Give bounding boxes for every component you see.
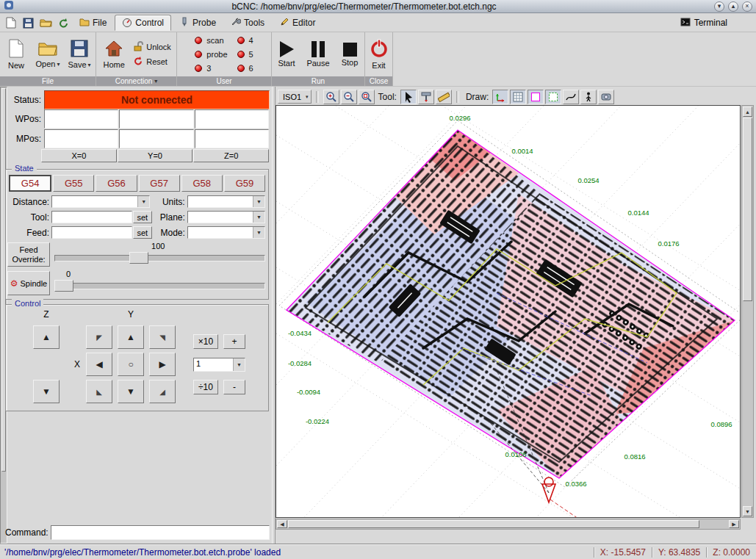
- jog-z-up-button[interactable]: ▲: [33, 325, 60, 349]
- tool-input[interactable]: [51, 211, 132, 223]
- window-maximize-button[interactable]: ▴: [728, 1, 738, 12]
- ruler-tool-icon[interactable]: [436, 90, 452, 104]
- reload-icon[interactable]: [55, 15, 71, 31]
- user-button-4[interactable]: 4: [234, 34, 257, 47]
- pointer-tool-icon[interactable]: [400, 90, 417, 104]
- command-input[interactable]: [51, 525, 270, 540]
- feed-override-slider[interactable]: 100: [54, 242, 265, 268]
- margin-toggle-icon[interactable]: [528, 90, 544, 104]
- save-button[interactable]: Save▾: [65, 34, 94, 75]
- new-button[interactable]: New: [1, 34, 31, 75]
- camera-toggle-icon[interactable]: [598, 90, 614, 104]
- control-groupbox: Control Z Y X ▲ ◤ ▲ ◥ ◀ ○ ▶ ▼ ◣ ▼ ◢ ×10 …: [5, 304, 269, 411]
- scroll-right-icon[interactable]: ▶: [729, 520, 739, 528]
- tab-editor[interactable]: Editor: [273, 15, 322, 31]
- zoom-out-icon[interactable]: [341, 90, 357, 104]
- zero-y-button[interactable]: Y=0: [118, 149, 193, 162]
- spindle-slider[interactable]: 0: [54, 270, 265, 296]
- slider-groove[interactable]: [54, 283, 265, 289]
- chevron-down-icon[interactable]: ▼: [253, 196, 264, 207]
- step-div10-button[interactable]: ÷10: [193, 380, 218, 394]
- tab-control[interactable]: Control: [115, 15, 171, 31]
- canvas-horizontal-scrollbar[interactable]: ◀ ▶: [276, 519, 741, 530]
- spindle-button[interactable]: ⚙ Spindle: [7, 271, 50, 295]
- user-button-3[interactable]: 3: [191, 62, 231, 75]
- wcs-g58-button[interactable]: G58: [181, 175, 223, 192]
- user-button-probe[interactable]: probe: [191, 48, 231, 61]
- tab-tools[interactable]: Tools: [224, 15, 271, 31]
- zero-x-button[interactable]: X=0: [41, 149, 117, 162]
- reset-button[interactable]: Reset: [131, 55, 173, 69]
- chevron-down-icon[interactable]: ▼: [137, 196, 149, 207]
- tab-probe[interactable]: Probe: [173, 15, 223, 31]
- step-select[interactable]: 1 ▼: [193, 358, 245, 372]
- open-folder-icon[interactable]: [37, 15, 54, 31]
- jog-z-down-button[interactable]: ▼: [33, 380, 60, 403]
- exit-button[interactable]: Exit: [367, 34, 391, 75]
- axes-toggle-icon[interactable]: [492, 90, 508, 104]
- grid-toggle-icon[interactable]: [510, 90, 526, 104]
- unlock-button[interactable]: Unlock: [131, 40, 173, 54]
- wcs-g57-button[interactable]: G57: [139, 175, 180, 192]
- step-mul10-button[interactable]: ×10: [193, 334, 218, 349]
- feed-override-button[interactable]: Feed Override:: [7, 242, 50, 267]
- feed-input[interactable]: [51, 226, 132, 239]
- pause-button[interactable]: Pause: [303, 34, 333, 75]
- gcode-canvas[interactable]: 0.02960.00140.02540.01440.0176-0.0434-0.…: [276, 105, 741, 518]
- user-button-scan[interactable]: scan: [191, 34, 231, 47]
- user-button-6[interactable]: 6: [234, 62, 257, 75]
- chevron-down-icon[interactable]: ▼: [253, 212, 264, 223]
- jog-up-left-button[interactable]: ◤: [86, 325, 112, 349]
- stop-button[interactable]: Stop: [335, 34, 364, 75]
- zero-z-button[interactable]: Z=0: [193, 149, 269, 162]
- open-button[interactable]: Open▾: [33, 34, 62, 75]
- jog-down-right-button[interactable]: ◢: [149, 380, 176, 403]
- jog-down-button[interactable]: ▼: [118, 380, 144, 403]
- wcs-g54-button[interactable]: G54: [9, 175, 51, 192]
- slider-groove[interactable]: [54, 255, 265, 262]
- wcs-g55-button[interactable]: G55: [53, 175, 94, 192]
- chevron-down-icon[interactable]: ▼: [253, 227, 264, 238]
- jog-down-left-button[interactable]: ◣: [86, 380, 112, 403]
- slider-handle[interactable]: [129, 252, 148, 264]
- scrollbar-thumb[interactable]: [743, 118, 752, 301]
- jog-right-button[interactable]: ▶: [149, 353, 176, 376]
- new-file-icon[interactable]: [2, 15, 18, 31]
- wcs-g56-button[interactable]: G56: [96, 175, 137, 192]
- distance-select[interactable]: ▼: [51, 195, 150, 208]
- view-select[interactable]: ISO1 ▾: [278, 90, 312, 104]
- zoom-fit-icon[interactable]: [359, 90, 375, 104]
- jog-up-button[interactable]: ▲: [118, 325, 144, 349]
- mode-select[interactable]: ▼: [187, 226, 265, 239]
- units-select[interactable]: ▼: [187, 195, 265, 208]
- canvas-vertical-scrollbar[interactable]: ▲ ▼: [741, 105, 754, 518]
- tab-file[interactable]: File: [73, 15, 113, 31]
- jog-left-button[interactable]: ◀: [86, 353, 112, 376]
- scroll-down-icon[interactable]: ▼: [743, 506, 752, 516]
- window-close-button[interactable]: ×: [742, 1, 752, 12]
- feed-set-button[interactable]: set: [133, 226, 152, 239]
- jog-origin-button[interactable]: ○: [118, 353, 144, 376]
- window-shade-button[interactable]: ▾: [714, 1, 724, 12]
- jog-up-right-button[interactable]: ◥: [149, 325, 176, 349]
- paths-toggle-icon[interactable]: [563, 90, 579, 104]
- user-button-5[interactable]: 5: [234, 48, 257, 61]
- probe-toggle-icon[interactable]: [580, 90, 597, 104]
- chevron-down-icon[interactable]: ▼: [233, 358, 245, 371]
- scroll-left-icon[interactable]: ◀: [277, 520, 287, 528]
- workarea-toggle-icon[interactable]: [545, 90, 561, 104]
- plane-select[interactable]: ▼: [187, 211, 265, 223]
- home-button[interactable]: Home: [99, 34, 129, 75]
- tab-terminal[interactable]: Terminal: [676, 16, 732, 30]
- scroll-up-icon[interactable]: ▲: [743, 107, 752, 117]
- step-minus-button[interactable]: -: [223, 380, 245, 394]
- wcs-g59-button[interactable]: G59: [224, 175, 265, 192]
- save-file-icon[interactable]: [20, 15, 36, 31]
- scrollbar-thumb[interactable]: [288, 520, 699, 528]
- start-button[interactable]: Start: [272, 34, 301, 75]
- gantry-tool-icon[interactable]: [418, 90, 434, 104]
- slider-handle[interactable]: [54, 280, 73, 292]
- zoom-in-icon[interactable]: [323, 90, 339, 104]
- tool-set-button[interactable]: set: [133, 211, 152, 223]
- step-plus-button[interactable]: +: [223, 334, 245, 349]
